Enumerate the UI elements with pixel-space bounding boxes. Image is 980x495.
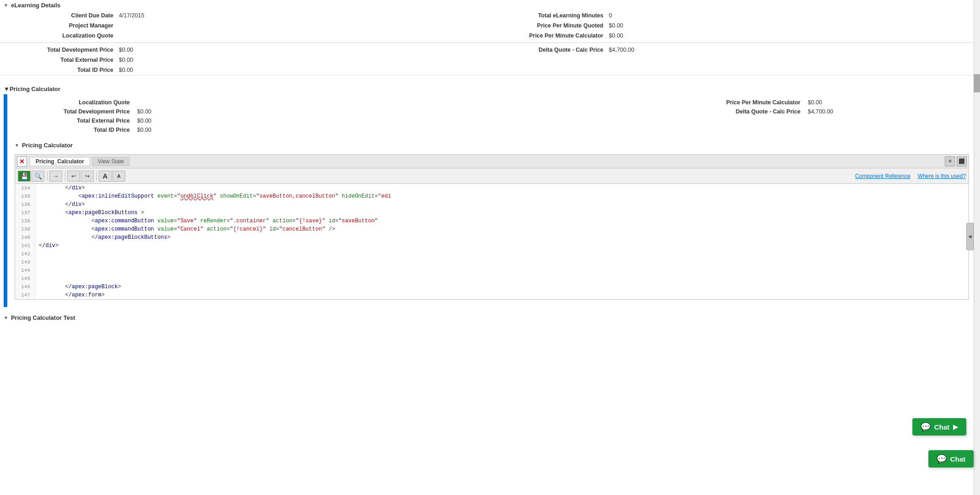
component-reference-link[interactable]: Component Reference: [855, 173, 911, 179]
value-loc-quote2: [133, 98, 302, 107]
line-content-138: <apex:commandButton value="Save" reRende…: [35, 217, 969, 225]
code-line-135: 135 <apex:inlineEditSupport event="ondbl…: [15, 192, 969, 200]
detail-row-due-date: Client Due Date 4/17/2015: [0, 11, 490, 21]
editor-title-bar: ✕ Pricing_Calculator View State ✕ ⬛: [15, 155, 969, 168]
line-content-137: <apex:pageBlockButtons >: [35, 209, 969, 217]
line-content-134: </div>: [35, 184, 969, 192]
line-num-146: 146: [15, 283, 35, 291]
label-price-min-calc: Price Per Minute Calculator: [685, 98, 804, 107]
toolbar-sep1: [47, 172, 48, 181]
elearning-section: ▼ eLearning Details Client Due Date 4/17…: [0, 0, 980, 80]
label-delta: Delta Quote - Calc Price: [490, 47, 609, 53]
editor-title-icons: ✕ ⬛: [945, 156, 967, 167]
chat-label-1: Chat: [934, 423, 949, 431]
line-num-141: 141: [15, 242, 35, 250]
pricing-test-triangle-icon[interactable]: ▼: [4, 315, 8, 320]
line-num-134: 134: [15, 184, 35, 192]
undo-toolbar-btn[interactable]: ↩: [67, 171, 80, 182]
label-total-min: Total eLearning Minutes: [490, 12, 609, 19]
editor-close-button[interactable]: ✕: [17, 156, 27, 167]
chat-button-2[interactable]: 💬 Chat: [928, 450, 974, 468]
line-num-142: 142: [15, 250, 35, 258]
editor-close-icon-btn[interactable]: ✕: [945, 156, 955, 167]
value-total-dev: $0.00: [119, 47, 133, 53]
line-num-143: 143: [15, 258, 35, 266]
code-line-139: 139 <apex:commandButton value="Cancel" a…: [15, 225, 969, 233]
line-content-140: </apex:pageBlockButtons>: [35, 233, 969, 242]
editor-tab-pricing[interactable]: Pricing_Calculator: [30, 157, 90, 166]
value-total-ext2: $0.00: [133, 116, 302, 125]
save-toolbar-btn[interactable]: 💾: [18, 171, 31, 182]
pricing-outer-table: Localization Quote Price Per Minute Calc…: [15, 98, 973, 135]
blue-bar-indicator: [4, 94, 7, 307]
code-line-142: 142: [15, 250, 969, 258]
line-num-147: 147: [15, 291, 35, 299]
detail-row-price-quoted: Price Per Minute Quoted $0.00: [490, 21, 980, 31]
chat-icon-2: 💬: [937, 454, 947, 464]
code-editor-container: ✕ Pricing_Calculator View State ✕ ⬛ 💾 🔍: [15, 154, 969, 300]
value-total-id2: $0.00: [133, 125, 302, 135]
editor-expand-icon-btn[interactable]: ⬛: [957, 156, 967, 167]
detail-row-delta: Delta Quote - Calc Price $4,700.00: [490, 45, 980, 55]
page-scrollbar[interactable]: [974, 0, 980, 495]
line-content-141: </div>: [35, 242, 969, 250]
value-delta: $4,700.00: [609, 47, 634, 53]
label-price-quoted: Price Per Minute Quoted: [490, 22, 609, 29]
value-total-ext: $0.00: [119, 57, 133, 63]
toolbar-sep2: [65, 172, 65, 181]
line-num-137: 137: [15, 209, 35, 217]
pricing-outer-triangle-icon[interactable]: ▼: [4, 86, 10, 92]
detail-row-total-min: Total eLearning Minutes 0: [490, 11, 980, 21]
label-loc-quote2: Localization Quote: [15, 98, 133, 107]
line-content-147: </apex:form>: [35, 291, 969, 299]
code-line-140: 140 </apex:pageBlockButtons>: [15, 233, 969, 242]
line-num-138: 138: [15, 217, 35, 225]
value-delta2: $4,700.00: [804, 107, 973, 116]
line-content-139: <apex:commandButton value="Cancel" actio…: [35, 225, 969, 233]
where-used-link[interactable]: Where is this used?: [918, 173, 966, 179]
value-price-min-calc: $0.00: [804, 98, 973, 107]
code-line-137: 137 <apex:pageBlockButtons >: [15, 209, 969, 217]
chat-icon-1: 💬: [921, 422, 931, 432]
detail-row-price-calc: Price Per Minute Calculator $0.00: [490, 31, 980, 41]
value-total-id: $0.00: [119, 67, 133, 73]
detail-row-total-ext: Total External Price $0.00: [0, 55, 490, 65]
page-container: ▼ eLearning Details Client Due Date 4/17…: [0, 0, 980, 495]
line-num-144: 144: [15, 266, 35, 274]
redo-toolbar-btn[interactable]: ↪: [81, 171, 94, 182]
code-line-147: 147 </apex:form>: [15, 291, 969, 299]
font-large-btn[interactable]: A: [99, 171, 112, 182]
line-num-136: 136: [15, 200, 35, 209]
value-total-min: 0: [609, 12, 612, 19]
value-total-dev2: $0.00: [133, 107, 302, 116]
line-content-135: <apex:inlineEditSupport event="ondblClic…: [35, 192, 969, 200]
chat-button-1[interactable]: 💬 Chat ▶: [912, 418, 966, 436]
collapse-triangle-icon[interactable]: ▼: [4, 3, 8, 8]
code-line-144: 144: [15, 266, 969, 274]
page-scrollbar-thumb[interactable]: [974, 74, 980, 92]
value-price-quoted: $0.00: [609, 22, 623, 29]
code-line-138: 138 <apex:commandButton value="Save" reR…: [15, 217, 969, 225]
table-row: Total ID Price $0.00: [15, 125, 973, 135]
right-collapse-tab[interactable]: ◀: [966, 223, 974, 250]
elearning-title: eLearning Details: [11, 2, 60, 9]
label-price-calc: Price Per Minute Calculator: [490, 32, 609, 39]
editor-tab-viewstate[interactable]: View State: [92, 157, 130, 166]
pricing-outer-title: Pricing Calculator: [10, 86, 60, 92]
line-num-135: 135: [15, 192, 35, 200]
table-row: Total External Price $0.00: [15, 116, 973, 125]
code-line-145: 145: [15, 274, 969, 283]
value-due-date: 4/17/2015: [119, 12, 144, 19]
pricing-outer-content: Localization Quote Price Per Minute Calc…: [7, 94, 980, 307]
line-num-145: 145: [15, 274, 35, 283]
table-row: Localization Quote Price Per Minute Calc…: [15, 98, 973, 107]
pricing-test-title: Pricing Calculator Test: [11, 314, 75, 321]
search-toolbar-btn[interactable]: 🔍: [32, 171, 44, 182]
code-line-136: 136 </div>: [15, 200, 969, 209]
chat-arrow-icon: ▶: [953, 423, 958, 430]
font-small-btn[interactable]: A: [112, 171, 125, 182]
label-due-date: Client Due Date: [0, 12, 119, 19]
pricing-outer-body: Localization Quote Price Per Minute Calc…: [0, 94, 980, 307]
forward-toolbar-btn[interactable]: →: [49, 171, 62, 182]
pricing-inner-triangle-icon[interactable]: ▼: [15, 143, 19, 148]
